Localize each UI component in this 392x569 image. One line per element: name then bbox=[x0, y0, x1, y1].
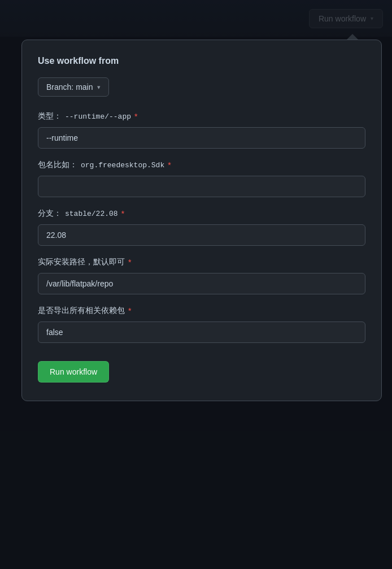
field-label-install-path: 实际安装路径，默认即可* bbox=[38, 257, 365, 267]
install-path-input[interactable] bbox=[38, 273, 365, 294]
field-label-branch: 分支：stable/22.08* bbox=[38, 209, 365, 219]
field-group-type: 类型：--runtime/--app* bbox=[38, 111, 365, 149]
field-label-type: 类型：--runtime/--app* bbox=[38, 111, 365, 121]
field-group-install-path: 实际安装路径，默认即可* bbox=[38, 257, 365, 294]
field-label-package: 包名比如：org.freedesktop.Sdk* bbox=[38, 160, 365, 170]
field-group-branch: 分支：stable/22.08* bbox=[38, 209, 365, 246]
field-label-install-path-text: 实际安装路径，默认即可 bbox=[38, 257, 125, 267]
field-required-branch: * bbox=[121, 209, 124, 218]
field-label-export-deps: 是否导出所有相关依赖包* bbox=[38, 306, 365, 316]
field-group-package: 包名比如：org.freedesktop.Sdk* bbox=[38, 160, 365, 197]
field-label-package-prefix: 包名比如： bbox=[38, 160, 77, 170]
run-workflow-button[interactable]: Run workflow bbox=[38, 361, 109, 383]
branch-select-label: Branch: main bbox=[46, 82, 93, 92]
field-label-branch-prefix: 分支： bbox=[38, 209, 62, 219]
branch-input[interactable] bbox=[38, 224, 365, 246]
field-label-package-code: org.freedesktop.Sdk bbox=[81, 161, 164, 170]
workflow-modal: Use workflow from Branch: main ▾ 类型：--ru… bbox=[21, 40, 382, 401]
field-label-branch-code: stable/22.08 bbox=[65, 210, 118, 218]
field-required-type: * bbox=[134, 112, 137, 121]
field-required-install-path: * bbox=[128, 258, 131, 267]
modal-title: Use workflow from bbox=[38, 56, 365, 66]
field-required-export-deps: * bbox=[128, 306, 131, 315]
field-label-type-prefix: 类型： bbox=[38, 111, 62, 121]
export-deps-input[interactable] bbox=[38, 322, 365, 343]
package-input[interactable] bbox=[38, 176, 365, 197]
caret-up-icon bbox=[347, 34, 358, 40]
type-input[interactable] bbox=[38, 127, 365, 149]
field-label-type-code: --runtime/--app bbox=[65, 112, 131, 121]
field-group-export-deps: 是否导出所有相关依赖包* bbox=[38, 306, 365, 343]
field-label-export-deps-text: 是否导出所有相关依赖包 bbox=[38, 306, 125, 316]
branch-select[interactable]: Branch: main ▾ bbox=[38, 77, 109, 97]
field-required-package: * bbox=[168, 160, 171, 170]
branch-chevron-icon: ▾ bbox=[97, 84, 101, 91]
